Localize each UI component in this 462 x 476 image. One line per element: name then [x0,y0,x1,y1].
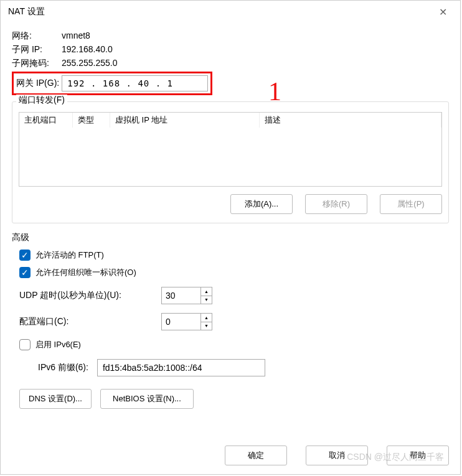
gateway-label: 网关 IP(G): [16,78,59,89]
udp-timeout-row: UDP 超时(以秒为单位)(U): 30 ▲ ▼ [19,287,441,304]
close-icon[interactable]: ✕ [433,2,453,22]
checkbox-checked-icon[interactable]: ✓ [19,267,31,278]
dialog-title: NAT 设置 [8,6,433,17]
allow-oui-label: 允许任何组织唯一标识符(O) [35,267,136,278]
table-header: 主机端口 类型 虚拟机 IP 地址 描述 [19,113,441,128]
cancel-button[interactable]: 取消 [306,446,368,465]
network-row: 网络: vmnet8 [12,30,449,42]
ipv6-prefix-label: IPv6 前缀(6): [38,362,88,373]
allow-ftp-row[interactable]: ✓ 允许活动的 FTP(T) [19,250,441,261]
spinner-up-icon[interactable]: ▲ [201,314,212,322]
subnet-mask-row: 子网掩码: 255.255.255.0 [12,58,449,69]
network-value: vmnet8 [62,30,90,42]
subnet-ip-label: 子网 IP: [12,44,62,55]
enable-ipv6-row[interactable]: 启用 IPv6(E) [19,339,441,350]
gateway-ip-input[interactable]: 192 . 168 . 40 . 1 [62,75,208,91]
ipv6-prefix-input[interactable]: fd15:4ba5:5a2b:1008::/64 [97,359,265,376]
col-vm-ip[interactable]: 虚拟机 IP 地址 [110,113,260,128]
add-button[interactable]: 添加(A)... [230,194,293,214]
col-host-port[interactable]: 主机端口 [19,113,73,128]
nat-settings-dialog: NAT 设置 ✕ 网络: vmnet8 子网 IP: 192.168.40.0 … [0,0,461,475]
checkbox-unchecked-icon[interactable] [19,339,31,350]
col-type[interactable]: 类型 [73,113,110,128]
properties-button: 属性(P) [380,194,442,214]
udp-timeout-spinner[interactable]: 30 ▲ ▼ [161,287,212,304]
subnet-ip-value: 192.168.40.0 [62,44,113,55]
config-port-value[interactable]: 0 [162,314,200,330]
titlebar: NAT 设置 ✕ [1,1,460,23]
remove-button: 移除(R) [305,194,367,214]
dns-settings-button[interactable]: DNS 设置(D)... [19,389,92,409]
gateway-row: 网关 IP(G): 192 . 168 . 40 . 1 [12,72,212,95]
network-label: 网络: [12,30,62,42]
udp-timeout-label: UDP 超时(以秒为单位)(U): [19,290,138,301]
spinner-up-icon[interactable]: ▲ [201,287,212,296]
enable-ipv6-label: 启用 IPv6(E) [35,339,81,350]
advanced-title: 高级 [12,232,449,243]
allow-oui-row[interactable]: ✓ 允许任何组织唯一标识符(O) [19,267,441,278]
config-port-label: 配置端口(C): [19,316,138,327]
ipv6-prefix-row: IPv6 前缀(6): fd15:4ba5:5a2b:1008::/64 [38,359,441,376]
udp-timeout-value[interactable]: 30 [162,287,200,304]
col-desc[interactable]: 描述 [260,113,441,128]
port-forwarding-title: 端口转发(F) [16,95,67,106]
help-button[interactable]: 帮助 [387,446,449,465]
allow-ftp-label: 允许活动的 FTP(T) [35,250,104,261]
checkbox-checked-icon[interactable]: ✓ [19,250,31,261]
port-forwarding-group: 端口转发(F) 主机端口 类型 虚拟机 IP 地址 描述 添加(A)... 移除… [12,101,449,223]
subnet-ip-row: 子网 IP: 192.168.40.0 [12,44,449,55]
subnet-mask-label: 子网掩码: [12,58,62,69]
config-port-spinner[interactable]: 0 ▲ ▼ [161,313,212,330]
spinner-down-icon[interactable]: ▼ [201,296,212,304]
netbios-settings-button[interactable]: NetBIOS 设置(N)... [100,389,194,409]
subnet-mask-value: 255.255.255.0 [62,58,118,69]
config-port-row: 配置端口(C): 0 ▲ ▼ [19,313,441,330]
spinner-down-icon[interactable]: ▼ [201,322,212,330]
ok-button[interactable]: 确定 [225,446,287,465]
port-forwarding-table[interactable]: 主机端口 类型 虚拟机 IP 地址 描述 [19,112,442,187]
